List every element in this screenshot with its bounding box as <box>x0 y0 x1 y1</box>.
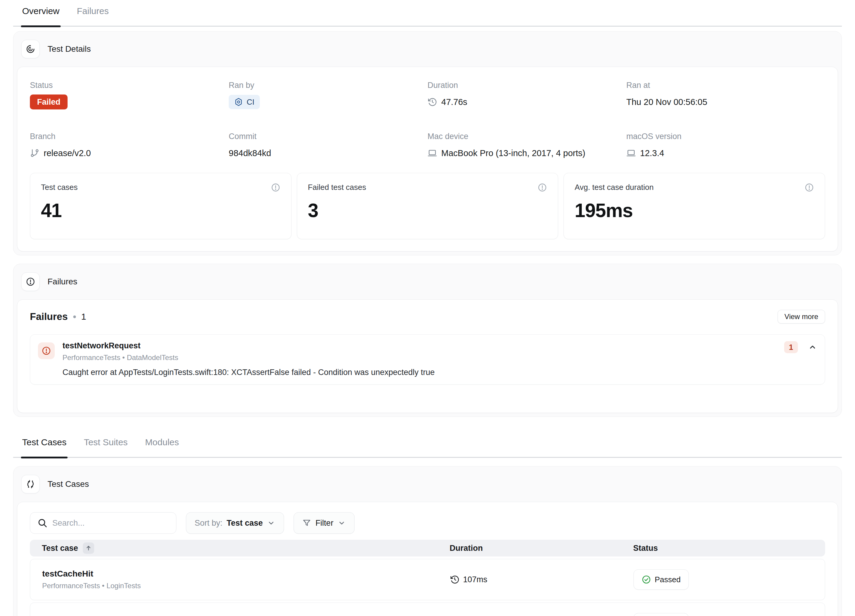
field-label: Mac device <box>428 132 626 141</box>
failure-item[interactable]: testNetworkRequest PerformanceTests • Da… <box>30 334 825 385</box>
field-macos-version: macOS version 12.3.4 <box>626 132 825 161</box>
stat-test-cases: Test cases 41 <box>30 173 291 239</box>
top-tabbar: Overview Failures <box>13 0 842 27</box>
field-label: macOS version <box>626 132 825 141</box>
test-cases-table: Test case Duration Status testCacheHit <box>30 540 825 616</box>
laptop-icon <box>626 148 636 158</box>
stat-label: Failed test cases <box>308 183 366 192</box>
test-case-suites: PerformanceTests • LoginTests <box>42 582 141 590</box>
field-branch: Branch release/v2.0 <box>30 132 229 161</box>
tab-overview[interactable]: Overview <box>21 4 60 26</box>
ran-at-value: Thu 20 Nov 00:56:05 <box>626 97 707 107</box>
sort-by-value: Test case <box>227 518 263 528</box>
stat-cards: Test cases 41 Failed test cases <box>30 173 825 239</box>
mac-device-value: MacBook Pro (13-inch, 2017, 4 ports) <box>441 148 585 158</box>
field-label: Duration <box>428 81 626 90</box>
field-label: Commit <box>229 132 428 141</box>
tab-modules[interactable]: Modules <box>144 435 179 457</box>
info-icon[interactable] <box>271 183 280 192</box>
test-cases-icon-button <box>21 475 40 493</box>
branch-value: release/v2.0 <box>44 148 91 158</box>
field-ran-by: Ran by CI <box>229 81 428 110</box>
alert-circle-icon <box>26 277 35 287</box>
sort-by-dropdown[interactable]: Sort by: Test case <box>186 512 284 534</box>
failure-alert-icon <box>38 342 55 359</box>
chevron-up-icon[interactable] <box>808 343 817 352</box>
test-details-section: Test Details Status Failed Ran by <box>13 31 842 255</box>
laptop-icon <box>428 148 437 158</box>
history-clock-icon <box>450 575 460 584</box>
section-title: Test Details <box>48 44 91 54</box>
search-input[interactable] <box>52 518 169 528</box>
table-tabbar: Test Cases Test Suites Modules <box>13 431 842 458</box>
test-cases-section: Test Cases Sort by: Test case <box>13 466 842 616</box>
table-row[interactable]: testCacheHit PerformanceTests • LoginTes… <box>30 559 825 600</box>
sort-ascending-icon[interactable] <box>83 542 94 554</box>
page: Overview Failures Test Details Status <box>0 0 855 616</box>
cycle-arrows-icon <box>26 480 35 489</box>
stat-value: 195ms <box>575 199 814 222</box>
history-clock-icon <box>428 97 437 107</box>
test-case-name: testCacheHit <box>42 569 141 579</box>
field-duration: Duration 47.76s <box>428 81 626 110</box>
info-icon[interactable] <box>804 183 814 192</box>
failures-count: 1 <box>81 312 86 322</box>
field-label: Ran by <box>229 81 428 90</box>
failure-message: Caught error at AppTests/LoginTests.swif… <box>63 368 817 377</box>
field-mac-device: Mac device MacBook Pro (13-inch, 2017, 4… <box>428 132 626 161</box>
failure-suites: PerformanceTests • DataModelTests <box>63 354 178 362</box>
view-more-button[interactable]: View more <box>778 310 825 323</box>
field-label: Ran at <box>626 81 825 90</box>
failures-heading: Failures <box>30 311 68 322</box>
info-icon[interactable] <box>538 183 547 192</box>
status-text: Passed <box>655 575 681 584</box>
stat-label: Avg. test case duration <box>575 183 654 192</box>
failure-test-name: testNetworkRequest <box>63 341 178 351</box>
column-test-case: Test case <box>42 544 78 553</box>
stat-failed-test-cases: Failed test cases 3 <box>297 173 558 239</box>
test-details-header: Test Details <box>21 40 834 58</box>
stat-label: Test cases <box>41 183 78 192</box>
details-grid: Status Failed Ran by <box>30 81 825 161</box>
table-header-row: Test case Duration Status <box>30 540 825 556</box>
failures-section: Failures Failures 1 View more testNetwo <box>13 264 842 417</box>
field-ran-at: Ran at Thu 20 Nov 00:56:05 <box>626 81 825 110</box>
duration-value: 47.76s <box>441 97 467 107</box>
filter-dropdown[interactable]: Filter <box>294 512 355 534</box>
failure-count-badge: 1 <box>784 341 798 353</box>
duration-value: 107ms <box>463 575 487 584</box>
table-row[interactable]: testCacheHit <box>30 602 825 616</box>
ci-badge: CI <box>229 95 260 109</box>
tab-test-suites[interactable]: Test Suites <box>83 435 128 457</box>
filter-label: Filter <box>316 518 333 528</box>
failures-header: Failures <box>21 273 834 291</box>
ci-hexagon-icon <box>234 98 243 106</box>
test-cases-card: Sort by: Test case Filter <box>17 502 838 616</box>
column-duration: Duration <box>450 544 633 553</box>
status-badge: Failed <box>30 95 67 109</box>
failures-card-header: Failures 1 View more <box>30 310 825 323</box>
field-status: Status Failed <box>30 81 229 110</box>
column-status: Status <box>633 544 813 553</box>
test-details-card: Status Failed Ran by <box>17 67 838 251</box>
table-controls: Sort by: Test case Filter <box>30 512 825 534</box>
chevron-down-icon <box>337 519 346 527</box>
stat-value: 41 <box>41 199 280 222</box>
git-branch-icon <box>30 148 40 158</box>
field-commit: Commit 984dk84kd <box>229 132 428 161</box>
macos-version-value: 12.3.4 <box>640 148 664 158</box>
ci-badge-label: CI <box>247 98 254 107</box>
tab-test-cases[interactable]: Test Cases <box>21 435 67 457</box>
field-label: Status <box>30 81 229 90</box>
failures-icon-button <box>21 273 40 291</box>
section-title: Test Cases <box>48 480 89 489</box>
failures-card: Failures 1 View more testNetworkRequest … <box>17 299 838 413</box>
dot-separator <box>73 316 76 318</box>
tab-failures[interactable]: Failures <box>76 4 109 26</box>
test-cases-header: Test Cases <box>21 475 834 493</box>
stat-avg-duration: Avg. test case duration 195ms <box>564 173 825 239</box>
chevron-down-icon <box>267 519 275 527</box>
commit-value: 984dk84kd <box>229 148 271 158</box>
field-label: Branch <box>30 132 229 141</box>
test-details-icon-button <box>21 40 40 58</box>
